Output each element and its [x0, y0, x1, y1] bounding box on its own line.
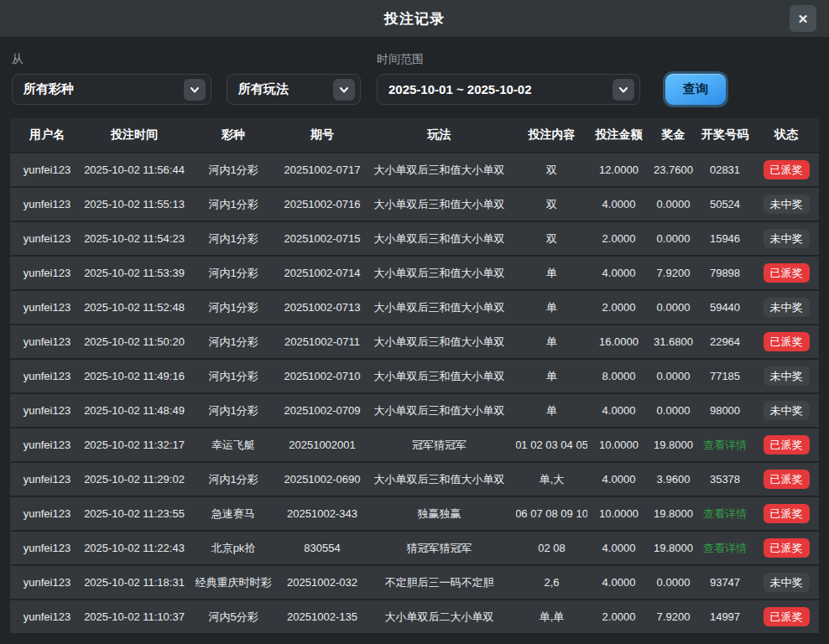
cell-prize: 0.0000 [650, 291, 696, 324]
cell-play-method: 不定胆后三一码不定胆 [362, 566, 516, 599]
cell-bet-amount: 10.0000 [587, 428, 650, 461]
cell-bet-amount: 16.0000 [587, 325, 650, 358]
date-range-selected-value: 2025-10-01 ~ 2025-10-02 [388, 82, 532, 96]
cell-bet-amount: 4.0000 [587, 188, 650, 221]
cell-status: 已派奖 [753, 428, 819, 461]
status-badge: 已派奖 [764, 160, 810, 180]
cell-bet-time: 2025-10-02 11:18:31 [84, 566, 185, 599]
cell-bet-time: 2025-10-02 11:23:55 [84, 497, 185, 530]
cell-bet-time: 2025-10-02 11:55:13 [84, 188, 185, 221]
query-button[interactable]: 查询 [665, 74, 726, 105]
cell-bet-time: 2025-10-02 11:22:43 [84, 532, 185, 564]
cell-prize: 0.0000 [650, 360, 696, 392]
cell-bet-amount: 4.0000 [587, 394, 650, 427]
bet-records-table: 用户名投注时间彩种期号玩法投注内容投注金额奖金开奖号码状态 yunfei1232… [10, 118, 819, 633]
cell-bet-time: 2025-10-02 11:10:37 [84, 600, 185, 633]
cell-bet-amount: 10.0000 [587, 497, 650, 530]
cell-username: yunfei123 [10, 497, 84, 530]
cell-draw-numbers: 50524 [696, 188, 753, 221]
cell-status: 已派奖 [753, 532, 819, 564]
view-details-link[interactable]: 查看详情 [696, 497, 753, 530]
cell-bet-content: 单 [516, 394, 587, 427]
close-icon: ✕ [798, 13, 809, 25]
cell-bet-time: 2025-10-02 11:29:02 [84, 463, 185, 496]
cell-issue-number: 20251002-0717 [282, 153, 362, 186]
cell-username: yunfei123 [10, 153, 84, 186]
cell-play-method: 大小单双后三和值大小单双 [362, 188, 516, 221]
cell-prize: 31.6800 [650, 325, 696, 358]
cell-bet-content: 单,单 [516, 600, 587, 633]
cell-issue-number: 20251002-0690 [282, 463, 362, 496]
cell-lottery-type: 河内1分彩 [185, 291, 282, 324]
play-method-select[interactable]: 所有玩法 [227, 74, 361, 105]
cell-status: 已派奖 [753, 153, 819, 186]
cell-draw-numbers: 14997 [696, 600, 753, 633]
column-header: 投注内容 [516, 118, 587, 152]
view-details-link[interactable]: 查看详情 [696, 428, 753, 461]
table-row: yunfei1232025-10-02 11:55:13河内1分彩2025100… [10, 188, 819, 221]
cell-issue-number: 20251002-0713 [282, 291, 362, 324]
cell-status: 已派奖 [753, 257, 819, 289]
cell-bet-amount: 8.0000 [587, 360, 650, 392]
date-range-select[interactable]: 2025-10-01 ~ 2025-10-02 [377, 74, 640, 105]
cell-draw-numbers: 02831 [696, 153, 753, 186]
cell-status: 未中奖 [753, 222, 819, 255]
table-row: yunfei1232025-10-02 11:48:49河内1分彩2025100… [10, 394, 819, 427]
view-details-link[interactable]: 查看详情 [696, 532, 753, 564]
cell-bet-content: 单 [516, 257, 587, 289]
table-row: yunfei1232025-10-02 11:22:43北京pk拾830554猜… [10, 532, 819, 564]
cell-prize: 7.9200 [650, 600, 696, 633]
cell-issue-number: 20251002-343 [282, 497, 362, 530]
cell-issue-number: 20251002-135 [282, 600, 362, 633]
cell-username: yunfei123 [10, 291, 84, 324]
cell-play-method: 大小单双后三和值大小单双 [362, 222, 516, 255]
cell-bet-time: 2025-10-02 11:54:23 [84, 222, 185, 255]
close-button[interactable]: ✕ [790, 5, 816, 32]
cell-bet-amount: 2.0000 [587, 291, 650, 324]
cell-play-method: 大小单双后三和值大小单双 [362, 325, 516, 358]
table-header: 用户名投注时间彩种期号玩法投注内容投注金额奖金开奖号码状态 [10, 118, 819, 152]
from-label: 从 [12, 52, 377, 67]
cell-bet-time: 2025-10-02 11:52:48 [84, 291, 185, 324]
cell-lottery-type: 河内1分彩 [185, 257, 282, 289]
column-header: 投注时间 [84, 118, 185, 152]
cell-play-method: 大小单双后三和值大小单双 [362, 463, 516, 496]
cell-lottery-type: 河内1分彩 [185, 394, 282, 427]
cell-bet-content: 单 [516, 360, 587, 392]
cell-username: yunfei123 [10, 188, 84, 221]
filter-controls-row: 所有彩种 所有玩法 2025-10-01 ~ 2025-10-02 查询 [12, 74, 817, 105]
cell-username: yunfei123 [10, 600, 84, 633]
lottery-type-selected-value: 所有彩种 [23, 81, 74, 97]
cell-prize: 19.8000 [650, 532, 696, 564]
cell-bet-time: 2025-10-02 11:50:20 [84, 325, 185, 358]
cell-bet-content: 01 02 03 04 05 [516, 428, 587, 461]
cell-play-method: 大小单双后三和值大小单双 [362, 360, 516, 392]
cell-prize: 0.0000 [650, 566, 696, 599]
cell-bet-content: 2,6 [516, 566, 587, 599]
status-badge: 未中奖 [764, 366, 810, 387]
cell-lottery-type: 急速赛马 [185, 497, 282, 530]
cell-username: yunfei123 [10, 566, 84, 599]
cell-play-method: 大小单双后三和值大小单双 [362, 394, 516, 427]
cell-lottery-type: 经典重庆时时彩 [185, 566, 282, 599]
cell-lottery-type: 河内1分彩 [185, 222, 282, 255]
table-row: yunfei1232025-10-02 11:52:48河内1分彩2025100… [10, 291, 819, 324]
cell-lottery-type: 河内1分彩 [185, 360, 282, 392]
status-badge: 已派奖 [764, 332, 810, 352]
status-badge: 已派奖 [764, 504, 810, 524]
cell-status: 未中奖 [753, 566, 819, 599]
table-row: yunfei1232025-10-02 11:23:55急速赛马20251002… [10, 497, 819, 530]
cell-issue-number: 20251002-0709 [282, 394, 362, 427]
cell-bet-time: 2025-10-02 11:53:39 [84, 257, 185, 289]
table-row: yunfei1232025-10-02 11:53:39河内1分彩2025100… [10, 257, 819, 289]
column-header: 期号 [282, 118, 362, 152]
cell-prize: 7.9200 [650, 257, 696, 289]
cell-issue-number: 20251002001 [282, 428, 362, 461]
cell-status: 未中奖 [753, 291, 819, 324]
cell-draw-numbers: 77185 [696, 360, 753, 392]
lottery-type-select[interactable]: 所有彩种 [12, 74, 211, 105]
chevron-down-icon [184, 79, 206, 101]
cell-status: 已派奖 [753, 497, 819, 530]
cell-bet-time: 2025-10-02 11:48:49 [84, 394, 185, 427]
table-body: yunfei1232025-10-02 11:56:44河内1分彩2025100… [10, 153, 819, 633]
